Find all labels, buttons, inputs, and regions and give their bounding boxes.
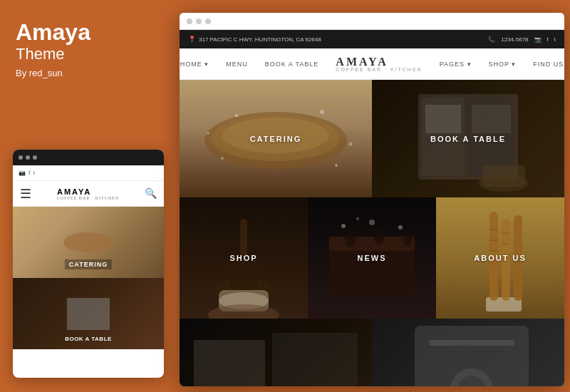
nav-home[interactable]: HOME ▾ — [180, 61, 209, 68]
mini-instagram-icon: 📷 — [19, 170, 26, 176]
location-icon: 📍 — [188, 36, 196, 43]
nav-book-table[interactable]: BOOK A TABLE — [265, 61, 319, 68]
mini-book-shape — [67, 298, 110, 330]
bottom-right-shadow — [372, 319, 564, 386]
mini-facebook-icon: f — [28, 170, 31, 176]
main-browser: 📍 317 PACIFIC C HWY, HUNTINGTON, CA 9264… — [180, 13, 564, 386]
grid-bottom-left-cell[interactable] — [180, 319, 372, 386]
theme-title: Amaya Theme — [16, 20, 161, 63]
chrome-dot3 — [205, 19, 211, 24]
nav-menu[interactable]: MENU — [226, 61, 248, 68]
nav-shop[interactable]: SHOP ▾ — [489, 61, 517, 68]
bottom-left-shadow — [180, 319, 372, 386]
nav-find-us[interactable]: FIND US — [533, 61, 564, 68]
mini-twitter-icon: t — [33, 170, 35, 176]
chrome-dot1 — [187, 19, 192, 24]
nav-pages[interactable]: PAGES ▾ — [440, 61, 472, 68]
mini-book-table-section: BOOK A TABLE — [13, 278, 164, 349]
left-panel: Amaya Theme By red_sun 📷 f t ☰ AMAYA COF… — [0, 0, 177, 392]
mini-search-icon[interactable]: 🔍 — [145, 187, 157, 200]
grid-book-table-cell[interactable]: BOOK A TABLE — [372, 80, 564, 197]
grid-news-cell[interactable]: NEWS — [308, 197, 436, 319]
mini-catering-section: CATERING — [13, 207, 164, 278]
site-topbar: 📍 317 PACIFIC C HWY, HUNTINGTON, CA 9264… — [180, 30, 564, 48]
twitter-icon[interactable]: t — [554, 36, 556, 43]
grid-about-cell[interactable]: ABOUT US — [436, 197, 564, 319]
mini-menu-icon[interactable]: ☰ — [20, 186, 31, 202]
browser-chrome — [180, 13, 564, 30]
grid-row2: SHOP — [180, 197, 564, 319]
mini-browser-chrome — [13, 150, 164, 165]
mini-book-label: BOOK A TABLE — [65, 336, 112, 342]
topbar-address: 📍 317 PACIFIC C HWY, HUNTINGTON, CA 9264… — [188, 36, 321, 43]
grid-bottom-right-cell[interactable] — [372, 319, 564, 386]
about-label: ABOUT US — [474, 254, 526, 262]
mini-chrome-dot3 — [33, 155, 37, 160]
theme-author: By red_sun — [16, 68, 161, 78]
mini-browser-preview: 📷 f t ☰ AMAYA COFFEE BAR · KITCHEN 🔍 CAT… — [13, 150, 164, 378]
grid-row3 — [180, 319, 564, 386]
mini-logo-area: ☰ AMAYA COFFEE BAR · KITCHEN 🔍 — [13, 181, 164, 207]
instagram-icon[interactable]: 📷 — [534, 36, 542, 43]
phone-icon: 📞 — [488, 36, 495, 43]
site-navbar: HOME ▾ MENU BOOK A TABLE AMAYA COFFEE BA… — [180, 48, 564, 80]
facebook-icon[interactable]: f — [547, 36, 549, 43]
content-grid: CATERING BOOK A TABLE — [180, 80, 564, 386]
book-table-label: BOOK A TABLE — [430, 135, 506, 143]
mini-topbar: 📷 f t — [13, 165, 164, 181]
news-label: NEWS — [358, 254, 387, 262]
mini-logo: AMAYA COFFEE BAR · KITCHEN — [57, 187, 119, 200]
chrome-dot2 — [196, 19, 202, 24]
mini-chrome-dot1 — [19, 155, 23, 160]
shop-label: SHOP — [229, 254, 257, 262]
mini-content-area: CATERING BOOK A TABLE — [13, 207, 164, 378]
grid-shop-cell[interactable]: SHOP — [180, 197, 308, 319]
mini-social-icons: 📷 f t — [19, 170, 35, 176]
grid-catering-cell[interactable]: CATERING — [180, 80, 372, 197]
mini-catering-label: CATERING — [65, 259, 112, 269]
mini-bread-shape — [63, 232, 113, 252]
nav-logo-block: AMAYA COFFEE BAR · KITCHEN — [336, 56, 422, 72]
mini-chrome-dot2 — [26, 155, 30, 160]
topbar-right: 📞 1234-5678 📷 f t — [488, 36, 556, 43]
catering-label: CATERING — [250, 135, 302, 143]
